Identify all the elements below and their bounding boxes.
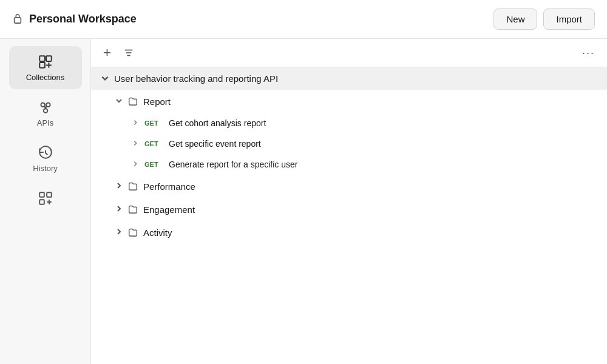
folder-icon-engagement <box>127 204 138 215</box>
svg-rect-1 <box>39 56 45 61</box>
performance-chevron <box>115 182 123 190</box>
folder-icon-activity <box>127 227 138 238</box>
add-workspace-icon <box>37 190 54 207</box>
sidebar-item-add-workspace[interactable] <box>9 183 82 214</box>
method-badge-3: GET <box>144 161 163 168</box>
filter-button[interactable] <box>121 45 137 61</box>
svg-point-6 <box>43 109 47 113</box>
collections-icon <box>37 53 54 70</box>
folder-engagement-label: Engagement <box>143 204 195 215</box>
collection-header[interactable]: User behavior tracking and reporting API <box>91 67 607 90</box>
add-request-button[interactable]: + <box>101 46 114 59</box>
apis-icon <box>37 99 54 116</box>
endpoint-generate-report-label: Generate report for a specific user <box>169 160 297 169</box>
endpoint-cohort-label: Get cohort analysis report <box>169 118 266 128</box>
endpoint-specific-event[interactable]: GET Get specific event report <box>91 133 607 154</box>
svg-point-5 <box>46 103 50 107</box>
svg-rect-9 <box>39 192 44 197</box>
svg-rect-10 <box>47 192 52 197</box>
activity-chevron <box>115 228 123 237</box>
endpoint-chevron-3 <box>132 161 138 168</box>
endpoint-generate-report[interactable]: GET Generate report for a specific user <box>91 154 607 175</box>
folder-performance-label: Performance <box>143 181 195 192</box>
history-icon <box>37 144 54 161</box>
engagement-chevron <box>115 205 123 214</box>
folder-activity-label: Activity <box>143 228 172 238</box>
report-chevron <box>115 97 123 106</box>
header-actions: New Import <box>493 8 595 30</box>
endpoint-chevron-2 <box>132 140 138 147</box>
folder-engagement[interactable]: Engagement <box>91 198 607 221</box>
svg-rect-0 <box>15 18 21 23</box>
svg-rect-2 <box>46 56 52 61</box>
endpoint-cohort[interactable]: GET Get cohort analysis report <box>91 113 607 133</box>
folder-icon-report <box>127 96 138 107</box>
history-label: History <box>33 164 57 173</box>
sidebar-item-history[interactable]: History <box>9 137 82 180</box>
collection-chevron <box>101 74 109 84</box>
svg-rect-11 <box>39 200 44 204</box>
folder-icon-performance <box>127 181 138 192</box>
content-area: + ··· User behavior tracking a <box>91 39 607 364</box>
folder-report[interactable]: Report <box>91 90 607 113</box>
method-badge-2: GET <box>144 140 163 147</box>
collection-tree: User behavior tracking and reporting API… <box>91 67 607 364</box>
search-input[interactable] <box>144 48 572 58</box>
svg-point-4 <box>41 103 45 107</box>
folder-activity[interactable]: Activity <box>91 221 607 244</box>
header-left: Personal Workspace <box>12 13 137 26</box>
main-layout: Collections APIs <box>0 39 607 364</box>
method-badge-1: GET <box>144 120 163 127</box>
folder-performance[interactable]: Performance <box>91 175 607 198</box>
apis-label: APIs <box>37 118 53 127</box>
sidebar: Collections APIs <box>0 39 91 364</box>
more-options-button[interactable]: ··· <box>580 47 597 59</box>
workspace-title: Personal Workspace <box>29 13 137 25</box>
folder-report-label: Report <box>143 96 171 107</box>
lock-icon <box>12 13 23 26</box>
endpoint-specific-event-label: Get specific event report <box>169 139 261 149</box>
collection-title: User behavior tracking and reporting API <box>114 73 278 84</box>
new-button[interactable]: New <box>493 8 537 30</box>
header: Personal Workspace New Import <box>0 0 607 39</box>
collections-label: Collections <box>26 73 65 82</box>
toolbar: + ··· <box>91 39 607 67</box>
sidebar-item-collections[interactable]: Collections <box>9 46 82 89</box>
endpoint-chevron-1 <box>132 120 138 127</box>
sidebar-item-apis[interactable]: APIs <box>9 92 82 135</box>
import-button[interactable]: Import <box>543 8 595 30</box>
svg-rect-3 <box>39 62 45 68</box>
